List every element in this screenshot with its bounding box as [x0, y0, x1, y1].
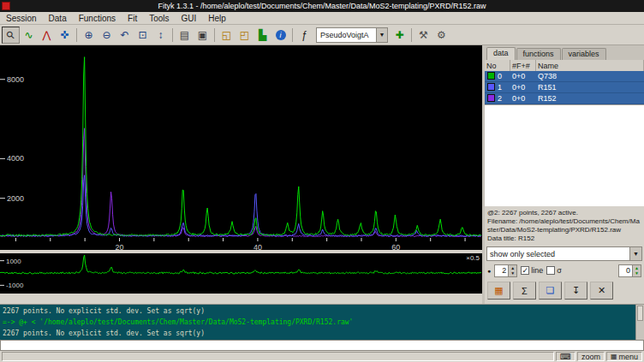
- content: 800040002000204060 1000-1000 ×0.5 data f…: [0, 45, 644, 304]
- row-no: 1: [498, 83, 502, 92]
- console-line: 2267 points. No explicit std. dev. Set a…: [3, 328, 633, 339]
- config-window-button[interactable]: ▣: [194, 27, 212, 44]
- line-checkbox[interactable]: ✓: [521, 266, 529, 275]
- function-type-dropdown[interactable]: PseudoVoigtA ▼: [316, 27, 388, 43]
- shift-value: 0: [619, 265, 632, 276]
- col-no[interactable]: No: [485, 60, 510, 71]
- main-plot[interactable]: 800040002000204060: [0, 45, 482, 250]
- chevron-down-icon[interactable]: ▼: [376, 28, 387, 42]
- aux-plot-canvas[interactable]: 1000-1000: [0, 253, 482, 294]
- window-icon: ▣: [198, 29, 207, 41]
- function-icon: ƒ: [301, 29, 307, 41]
- spinner-arrows-icon[interactable]: ▲▼: [632, 265, 641, 276]
- filter-value: show only selected: [490, 250, 555, 258]
- toolbar-separator: [76, 28, 77, 42]
- save-session-button[interactable]: ◰: [236, 27, 253, 44]
- main-plot-canvas[interactable]: 800040002000204060: [0, 45, 482, 250]
- menu-help[interactable]: Help: [202, 14, 232, 23]
- settings-button[interactable]: ⚙: [432, 27, 450, 44]
- add-function-button[interactable]: ✚: [391, 27, 408, 44]
- peak-icon: ⋀: [43, 29, 51, 41]
- menu-functions[interactable]: Functions: [73, 14, 122, 23]
- grid-icon: ▦: [611, 353, 617, 360]
- zoom-history-button[interactable]: zoom: [577, 352, 605, 361]
- menu-gui[interactable]: GUI: [176, 14, 203, 23]
- data-table: No #F+# Name 0 0+0 Q738 1 0+0 R151 2 0+0…: [485, 60, 644, 105]
- copy-icon: ❏: [546, 285, 555, 296]
- sigma-checkbox[interactable]: [546, 266, 555, 275]
- zoom-mode-button[interactable]: ⚲: [2, 27, 20, 44]
- titlebar: Fityk 1.3.1 - /home/aleplo/test/Document…: [0, 0, 644, 12]
- keyboard-shortcuts-cell[interactable]: ⌨: [556, 352, 575, 361]
- point-size-icon: ●: [487, 268, 491, 274]
- table-row[interactable]: 2 0+0 R152: [485, 93, 644, 104]
- tab-functions[interactable]: functions: [516, 48, 561, 60]
- copy-button[interactable]: ❏: [539, 282, 562, 300]
- console-area: 2267 points. No explicit std. dev. Set a…: [0, 304, 644, 340]
- spinner-arrows-icon[interactable]: ▲▼: [508, 265, 516, 276]
- command-input[interactable]: [1, 341, 643, 350]
- status-menu-button[interactable]: ▦menu: [606, 352, 642, 361]
- tab-variables[interactable]: variables: [562, 48, 606, 60]
- zoom-vertical-button[interactable]: ↕: [152, 27, 170, 44]
- scrollbar-thumb[interactable]: [637, 306, 643, 321]
- sidebar: data functions variables No #F+# Name 0 …: [482, 45, 644, 304]
- peak-mode-button[interactable]: ⋀: [38, 27, 56, 44]
- bottom-sash[interactable]: [0, 294, 482, 304]
- close-button[interactable]: [2, 2, 10, 10]
- edit-function-button[interactable]: ƒ: [295, 27, 313, 44]
- row-f: 0+0: [510, 72, 536, 80]
- editor-button[interactable]: ▦: [487, 282, 510, 300]
- table-row[interactable]: 0 0+0 Q738: [485, 71, 644, 82]
- zoom-all-button[interactable]: ⊡: [134, 27, 152, 44]
- aux-plot[interactable]: 1000-1000 ×0.5: [0, 253, 482, 294]
- wrench-icon: ⚒: [419, 29, 428, 41]
- zoom-label: zoom: [581, 353, 600, 361]
- open-file-button[interactable]: ◱: [218, 27, 236, 44]
- full-view-button[interactable]: ▤: [176, 27, 194, 44]
- folder-icon: ◰: [240, 29, 249, 41]
- delete-button[interactable]: ✕: [590, 282, 613, 300]
- tools-button[interactable]: ⚒: [414, 27, 432, 44]
- y-axis-tick-label: 2000: [7, 194, 24, 203]
- data-info-panel: @2: 2267 points, 2267 active. Filename: …: [485, 206, 644, 246]
- keyboard-icon: ⌨: [560, 353, 571, 361]
- range-mode-button[interactable]: ∿: [20, 27, 38, 44]
- chevron-down-icon[interactable]: ▼: [629, 247, 641, 260]
- filter-dropdown[interactable]: show only selected ▼: [486, 246, 642, 261]
- zoom-in-button[interactable]: ⊕: [80, 27, 98, 44]
- menubar: Session Data Functions Fit Tools GUI Hel…: [0, 12, 644, 25]
- menu-session[interactable]: Session: [0, 14, 43, 23]
- close-icon: ✕: [598, 285, 605, 296]
- zoom-in-icon: ⊕: [84, 29, 92, 41]
- console-scrollbar[interactable]: [635, 305, 644, 340]
- sigma-icon: Σ: [522, 286, 528, 296]
- line-toggle[interactable]: ✓ line: [521, 266, 543, 275]
- row-name: Q738: [536, 72, 644, 80]
- menu-fit[interactable]: Fit: [122, 14, 143, 23]
- shift-spinner[interactable]: 0 ▲▼: [618, 264, 641, 277]
- menu-data[interactable]: Data: [43, 14, 73, 23]
- export-plot-button[interactable]: ▙: [253, 27, 271, 44]
- col-f[interactable]: #F+#: [510, 60, 536, 71]
- add-peak-mode-button[interactable]: ✜: [56, 27, 74, 44]
- row-no: 0: [498, 72, 502, 80]
- menu-tools[interactable]: Tools: [143, 14, 175, 23]
- console-output[interactable]: 2267 points. No explicit std. dev. Set a…: [0, 305, 635, 340]
- info-points: @2: 2267 points, 2267 active.: [487, 209, 578, 217]
- plus-icon: ✚: [395, 29, 403, 41]
- data-list-empty-area[interactable]: [485, 105, 644, 206]
- sigma-toggle[interactable]: σ: [546, 266, 562, 275]
- col-name[interactable]: Name: [536, 60, 644, 71]
- zoom-out-button[interactable]: ⊖: [98, 27, 116, 44]
- zoom-previous-button[interactable]: ↶: [116, 27, 134, 44]
- x-axis-tick-label: 20: [116, 243, 124, 250]
- sum-button[interactable]: Σ: [513, 282, 536, 300]
- export-button[interactable]: ↧: [564, 282, 587, 300]
- point-size-spinner[interactable]: 2 ▲▼: [494, 264, 517, 277]
- table-row[interactable]: 1 0+0 R151: [485, 82, 644, 93]
- console-line: =-> @+ < '/home/aleplo/test/Documents/Ch…: [3, 317, 633, 328]
- info-button[interactable]: i: [271, 27, 289, 44]
- tab-data[interactable]: data: [486, 47, 516, 60]
- window-title: Fityk 1.3.1 - /home/aleplo/test/Document…: [158, 2, 486, 10]
